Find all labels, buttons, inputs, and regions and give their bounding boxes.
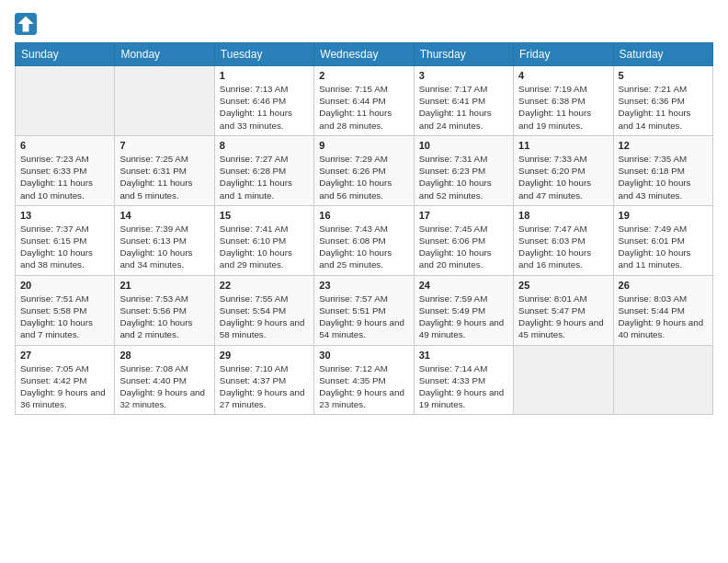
sunset-text: Sunset: 4:35 PM bbox=[319, 375, 385, 385]
calendar-cell: 29Sunrise: 7:10 AMSunset: 4:37 PMDayligh… bbox=[214, 345, 313, 415]
day-info: Sunrise: 7:37 AMSunset: 6:15 PMDaylight:… bbox=[20, 223, 109, 271]
sunset-text: Sunset: 6:38 PM bbox=[518, 96, 585, 106]
calendar-cell: 25Sunrise: 8:01 AMSunset: 5:47 PMDayligh… bbox=[514, 275, 613, 345]
sunset-text: Sunset: 5:54 PM bbox=[220, 305, 286, 316]
day-info: Sunrise: 8:01 AMSunset: 5:47 PMDaylight:… bbox=[518, 293, 608, 341]
day-number: 7 bbox=[119, 140, 209, 151]
calendar: SundayMondayTuesdayWednesdayThursdayFrid… bbox=[15, 42, 713, 415]
day-number: 9 bbox=[319, 140, 408, 151]
calendar-cell: 21Sunrise: 7:53 AMSunset: 5:56 PMDayligh… bbox=[115, 275, 214, 345]
sunrise-text: Sunrise: 7:51 AM bbox=[20, 293, 89, 304]
day-number: 17 bbox=[419, 210, 508, 221]
week-row-1: 1Sunrise: 7:13 AMSunset: 6:46 PMDaylight… bbox=[16, 66, 713, 136]
day-number: 15 bbox=[220, 210, 309, 221]
day-info: Sunrise: 7:55 AMSunset: 5:54 PMDaylight:… bbox=[220, 293, 309, 341]
day-number: 22 bbox=[220, 280, 309, 291]
sunrise-text: Sunrise: 7:12 AM bbox=[319, 363, 388, 373]
day-number: 3 bbox=[419, 70, 508, 81]
sunset-text: Sunset: 4:40 PM bbox=[119, 375, 186, 385]
day-info: Sunrise: 7:25 AMSunset: 6:31 PMDaylight:… bbox=[119, 153, 209, 201]
sunset-text: Sunset: 6:28 PM bbox=[220, 166, 286, 176]
daylight-text: Daylight: 10 hours and 11 minutes. bbox=[619, 247, 691, 270]
day-info: Sunrise: 7:35 AMSunset: 6:18 PMDaylight:… bbox=[619, 153, 708, 201]
weekday-header-thursday: Thursday bbox=[414, 43, 513, 66]
day-info: Sunrise: 7:15 AMSunset: 6:44 PMDaylight:… bbox=[319, 83, 408, 132]
sunset-text: Sunset: 4:42 PM bbox=[20, 375, 86, 385]
calendar-cell: 11Sunrise: 7:33 AMSunset: 6:20 PMDayligh… bbox=[514, 135, 613, 205]
day-number: 4 bbox=[518, 70, 608, 81]
sunset-text: Sunset: 6:13 PM bbox=[119, 236, 186, 246]
sunrise-text: Sunrise: 7:14 AM bbox=[419, 363, 488, 373]
daylight-text: Daylight: 11 hours and 24 minutes. bbox=[419, 108, 492, 130]
sunrise-text: Sunrise: 7:31 AM bbox=[419, 154, 488, 164]
day-info: Sunrise: 7:23 AMSunset: 6:33 PMDaylight:… bbox=[20, 153, 109, 201]
week-row-3: 13Sunrise: 7:37 AMSunset: 6:15 PMDayligh… bbox=[16, 205, 713, 275]
daylight-text: Daylight: 11 hours and 5 minutes. bbox=[119, 178, 192, 200]
daylight-text: Daylight: 9 hours and 54 minutes. bbox=[319, 317, 404, 339]
sunset-text: Sunset: 6:31 PM bbox=[119, 166, 186, 176]
sunrise-text: Sunrise: 7:08 AM bbox=[119, 363, 188, 373]
day-number: 19 bbox=[619, 210, 708, 221]
weekday-header-monday: Monday bbox=[115, 43, 214, 66]
day-number: 23 bbox=[319, 280, 408, 291]
calendar-cell: 15Sunrise: 7:41 AMSunset: 6:10 PMDayligh… bbox=[214, 205, 313, 275]
day-number: 16 bbox=[319, 210, 408, 221]
sunset-text: Sunset: 6:46 PM bbox=[220, 96, 286, 106]
day-info: Sunrise: 7:53 AMSunset: 5:56 PMDaylight:… bbox=[119, 293, 209, 341]
logo bbox=[15, 13, 40, 35]
sunset-text: Sunset: 6:23 PM bbox=[419, 166, 485, 176]
weekday-header-wednesday: Wednesday bbox=[314, 43, 414, 66]
daylight-text: Daylight: 9 hours and 32 minutes. bbox=[119, 387, 205, 409]
weekday-header-row: SundayMondayTuesdayWednesdayThursdayFrid… bbox=[16, 43, 713, 66]
sunset-text: Sunset: 6:15 PM bbox=[20, 236, 86, 246]
calendar-cell: 4Sunrise: 7:19 AMSunset: 6:38 PMDaylight… bbox=[514, 66, 613, 136]
calendar-cell: 28Sunrise: 7:08 AMSunset: 4:40 PMDayligh… bbox=[115, 345, 214, 415]
day-info: Sunrise: 7:12 AMSunset: 4:35 PMDaylight:… bbox=[319, 362, 408, 411]
logo-icon bbox=[15, 13, 37, 35]
calendar-cell bbox=[514, 345, 613, 415]
sunrise-text: Sunrise: 7:17 AM bbox=[419, 84, 488, 94]
daylight-text: Daylight: 10 hours and 2 minutes. bbox=[119, 317, 192, 339]
sunrise-text: Sunrise: 7:57 AM bbox=[319, 293, 388, 304]
day-info: Sunrise: 7:59 AMSunset: 5:49 PMDaylight:… bbox=[419, 293, 508, 341]
page: SundayMondayTuesdayWednesdayThursdayFrid… bbox=[0, 0, 728, 424]
sunset-text: Sunset: 6:26 PM bbox=[319, 166, 385, 176]
week-row-4: 20Sunrise: 7:51 AMSunset: 5:58 PMDayligh… bbox=[16, 275, 713, 345]
daylight-text: Daylight: 9 hours and 36 minutes. bbox=[20, 387, 106, 409]
sunset-text: Sunset: 6:36 PM bbox=[619, 96, 685, 106]
day-info: Sunrise: 7:57 AMSunset: 5:51 PMDaylight:… bbox=[319, 293, 408, 341]
day-info: Sunrise: 7:19 AMSunset: 6:38 PMDaylight:… bbox=[518, 83, 608, 132]
sunrise-text: Sunrise: 7:21 AM bbox=[619, 84, 688, 94]
day-number: 25 bbox=[518, 280, 608, 291]
day-info: Sunrise: 7:45 AMSunset: 6:06 PMDaylight:… bbox=[419, 223, 508, 271]
daylight-text: Daylight: 10 hours and 16 minutes. bbox=[518, 247, 591, 270]
calendar-cell: 7Sunrise: 7:25 AMSunset: 6:31 PMDaylight… bbox=[115, 135, 214, 205]
daylight-text: Daylight: 10 hours and 29 minutes. bbox=[220, 247, 292, 270]
sunrise-text: Sunrise: 7:23 AM bbox=[20, 154, 89, 164]
calendar-cell: 24Sunrise: 7:59 AMSunset: 5:49 PMDayligh… bbox=[414, 275, 513, 345]
sunset-text: Sunset: 6:18 PM bbox=[619, 166, 685, 176]
day-info: Sunrise: 7:51 AMSunset: 5:58 PMDaylight:… bbox=[20, 293, 109, 341]
sunset-text: Sunset: 4:33 PM bbox=[419, 375, 485, 385]
calendar-cell: 16Sunrise: 7:43 AMSunset: 6:08 PMDayligh… bbox=[314, 205, 414, 275]
sunset-text: Sunset: 5:56 PM bbox=[119, 305, 186, 316]
daylight-text: Daylight: 9 hours and 58 minutes. bbox=[220, 317, 305, 339]
day-number: 14 bbox=[119, 210, 209, 221]
weekday-header-tuesday: Tuesday bbox=[214, 43, 313, 66]
day-info: Sunrise: 7:05 AMSunset: 4:42 PMDaylight:… bbox=[20, 362, 109, 411]
day-info: Sunrise: 7:14 AMSunset: 4:33 PMDaylight:… bbox=[419, 362, 508, 411]
sunrise-text: Sunrise: 7:13 AM bbox=[220, 84, 289, 94]
sunrise-text: Sunrise: 7:25 AM bbox=[119, 154, 188, 164]
sunset-text: Sunset: 5:51 PM bbox=[319, 305, 385, 316]
sunrise-text: Sunrise: 7:33 AM bbox=[518, 154, 587, 164]
sunset-text: Sunset: 5:47 PM bbox=[518, 305, 585, 316]
calendar-cell: 3Sunrise: 7:17 AMSunset: 6:41 PMDaylight… bbox=[414, 66, 513, 136]
calendar-cell: 6Sunrise: 7:23 AMSunset: 6:33 PMDaylight… bbox=[16, 135, 115, 205]
calendar-cell bbox=[16, 66, 115, 136]
daylight-text: Daylight: 11 hours and 28 minutes. bbox=[319, 108, 392, 130]
daylight-text: Daylight: 9 hours and 49 minutes. bbox=[419, 317, 505, 339]
sunset-text: Sunset: 6:03 PM bbox=[518, 236, 585, 246]
sunrise-text: Sunrise: 7:59 AM bbox=[419, 293, 488, 304]
calendar-cell bbox=[115, 66, 214, 136]
sunrise-text: Sunrise: 7:05 AM bbox=[20, 363, 89, 373]
